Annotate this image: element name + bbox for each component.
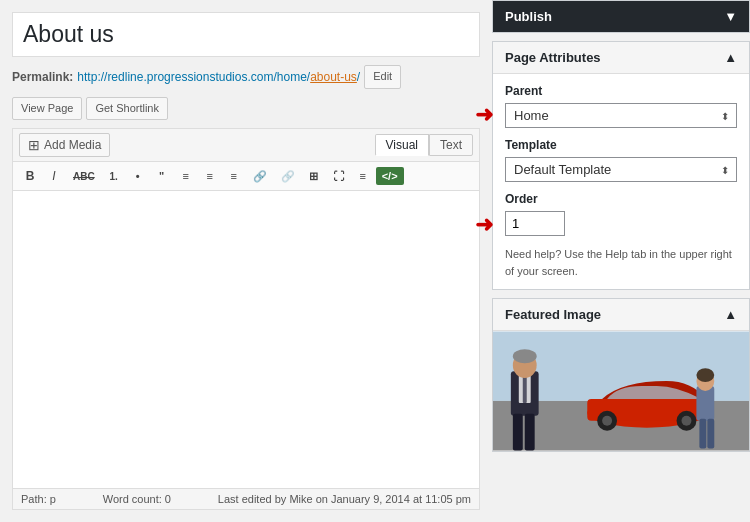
template-label: Template [505, 138, 737, 152]
permalink-base-url: http://redline.progressionstudios.com/ho… [77, 70, 360, 84]
featured-image-box: Featured Image ▲ [492, 298, 750, 452]
svg-point-17 [696, 368, 714, 382]
parent-label: Parent [505, 84, 737, 98]
order-label: Order [505, 192, 737, 206]
template-select[interactable]: Default Template Full Width [505, 157, 737, 182]
editor-footer: Path: p Word count: 0 Last edited by Mik… [13, 488, 479, 509]
permalink-url-link[interactable]: http://redline.progressionstudios.com/ho… [77, 70, 360, 84]
featured-image-header: Featured Image ▲ [493, 299, 749, 331]
featured-image-toggle-icon[interactable]: ▲ [724, 307, 737, 322]
order-input[interactable] [505, 211, 565, 236]
publish-box-header: Publish ▼ [493, 1, 749, 32]
page-attributes-content: Parent Home (no parent) ⬍ ➜ Template [493, 74, 749, 289]
parent-select-wrapper: Home (no parent) ⬍ [505, 103, 737, 128]
order-arrow-indicator: ➜ [475, 212, 493, 238]
tab-visual[interactable]: Visual [375, 134, 429, 156]
featured-image-title: Featured Image [505, 307, 601, 322]
editor-top-bar: ⊞ Add Media Visual Text [13, 129, 479, 162]
svg-rect-15 [696, 386, 714, 421]
actions-row: View Page Get Shortlink [12, 97, 480, 121]
toolbar-code[interactable]: </> [376, 167, 404, 185]
featured-image-preview [493, 331, 749, 451]
view-tabs: Visual Text [375, 134, 473, 156]
help-text: Need help? Use the Help tab in the upper… [505, 246, 737, 279]
publish-toggle-icon[interactable]: ▼ [724, 9, 737, 24]
page-attributes-title: Page Attributes [505, 50, 601, 65]
get-shortlink-button[interactable]: Get Shortlink [86, 97, 168, 121]
add-media-icon: ⊞ [28, 137, 40, 153]
toolbar-blockquote[interactable]: " [151, 167, 173, 185]
editor-wrapper: ⊞ Add Media Visual Text B I ABC 1. • " ≡… [12, 128, 480, 510]
page-title-input[interactable] [12, 12, 480, 57]
toolbar-more[interactable]: ≡ [352, 167, 374, 185]
svg-rect-18 [699, 419, 706, 449]
toolbar-unordered-list[interactable]: • [127, 167, 149, 185]
toolbar-italic[interactable]: I [43, 166, 65, 186]
editor-path: Path: p [21, 493, 56, 505]
svg-point-5 [602, 416, 612, 426]
publish-box: Publish ▼ [492, 0, 750, 33]
editor-word-count: Word count: 0 [103, 493, 171, 505]
toolbar-strikethrough[interactable]: ABC [67, 168, 101, 185]
parent-field-group: Parent Home (no parent) ⬍ ➜ [505, 84, 737, 128]
page-attributes-toggle-icon[interactable]: ▲ [724, 50, 737, 65]
template-field-group: Template Default Template Full Width ⬍ [505, 138, 737, 182]
toolbar-link[interactable]: 🔗 [247, 167, 273, 186]
editor-toolbar: B I ABC 1. • " ≡ ≡ ≡ 🔗 🔗 ⊞ ⛶ ≡ </> [13, 162, 479, 191]
toolbar-unlink[interactable]: 🔗 [275, 167, 301, 186]
add-media-button[interactable]: ⊞ Add Media [19, 133, 110, 157]
publish-box-title: Publish [505, 9, 552, 24]
page-attributes-header: Page Attributes ▲ [493, 42, 749, 74]
svg-rect-10 [523, 375, 527, 403]
parent-select[interactable]: Home (no parent) [505, 103, 737, 128]
svg-rect-14 [525, 414, 535, 451]
toolbar-align-left[interactable]: ≡ [175, 167, 197, 185]
tab-text[interactable]: Text [429, 134, 473, 156]
permalink-row: Permalink: http://redline.progressionstu… [12, 65, 480, 89]
svg-rect-13 [513, 414, 523, 451]
editor-area[interactable] [13, 191, 479, 488]
template-select-wrapper: Default Template Full Width ⬍ [505, 157, 737, 182]
featured-image-svg [493, 331, 749, 451]
svg-point-7 [682, 416, 692, 426]
editor-last-edited: Last edited by Mike on January 9, 2014 a… [218, 493, 471, 505]
toolbar-align-center[interactable]: ≡ [199, 167, 221, 185]
svg-rect-19 [707, 419, 714, 449]
toolbar-insert-table[interactable]: ⊞ [303, 167, 325, 186]
permalink-edit-button[interactable]: Edit [364, 65, 401, 89]
permalink-slug: about-us [310, 70, 357, 84]
toolbar-bold[interactable]: B [19, 166, 41, 186]
toolbar-align-right[interactable]: ≡ [223, 167, 245, 185]
permalink-label: Permalink: [12, 70, 73, 84]
toolbar-fullscreen[interactable]: ⛶ [327, 167, 350, 185]
view-page-button[interactable]: View Page [12, 97, 82, 121]
parent-arrow-indicator: ➜ [475, 102, 493, 128]
page-attributes-box: Page Attributes ▲ Parent Home (no parent… [492, 41, 750, 290]
add-media-label: Add Media [44, 138, 101, 152]
svg-point-12 [513, 349, 537, 363]
toolbar-ordered-list[interactable]: 1. [103, 168, 125, 185]
order-field-group: Order ➜ [505, 192, 737, 236]
